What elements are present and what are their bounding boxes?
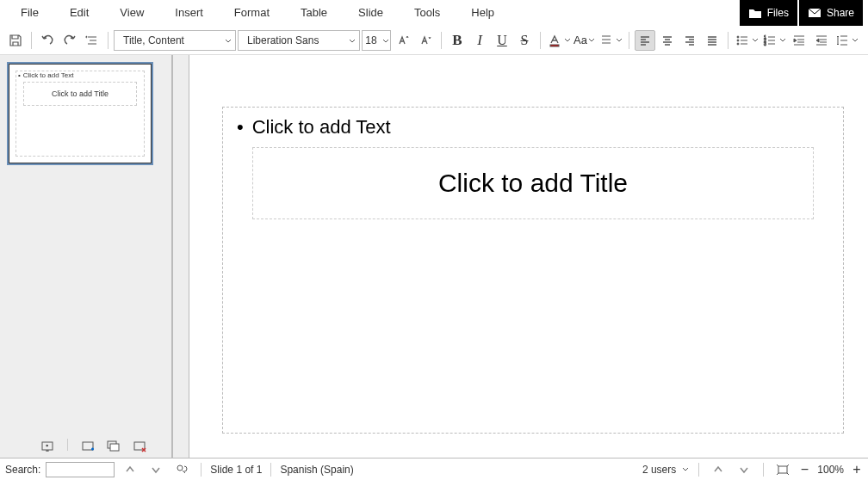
slide-title-placeholder[interactable]: Click to add Title: [252, 147, 814, 219]
menu-slide[interactable]: Slide: [343, 1, 399, 24]
chevron-down-icon: [220, 34, 232, 46]
font-color-button[interactable]: [546, 30, 572, 51]
search-prev-icon[interactable]: [120, 459, 140, 480]
font-size-decrease-icon[interactable]: [415, 30, 436, 51]
separator: [540, 32, 541, 49]
slide-thumbnail-1[interactable]: •Click to add Text Click to add Title: [7, 62, 153, 165]
font-combo[interactable]: Liberation Sans: [238, 30, 360, 51]
chevron-down-icon: [563, 38, 572, 43]
mail-icon: [808, 7, 822, 19]
spacing-button[interactable]: [598, 30, 623, 51]
menu-edit[interactable]: Edit: [54, 1, 104, 24]
indent-increase-button[interactable]: [789, 30, 809, 51]
menu-format[interactable]: Format: [219, 1, 285, 24]
outline-icon[interactable]: [82, 30, 102, 51]
separator: [31, 32, 32, 49]
layout-combo[interactable]: Title, Content: [114, 30, 236, 51]
font-value: Liberation Sans: [247, 34, 319, 46]
font-color-icon: [546, 30, 563, 51]
view-delete-slide-icon[interactable]: [130, 439, 149, 454]
underline-button[interactable]: U: [492, 30, 512, 51]
fit-page-icon[interactable]: [772, 459, 793, 480]
view-mode-buttons: [0, 435, 171, 458]
undo-icon[interactable]: [37, 30, 58, 51]
svg-point-3: [737, 40, 739, 41]
menu-table[interactable]: Table: [285, 1, 343, 24]
menu-file[interactable]: File: [5, 1, 54, 24]
share-label: Share: [827, 7, 854, 19]
search-label: Search:: [5, 464, 40, 476]
zoom-controls: − 100% +: [798, 462, 863, 477]
font-size-increase-icon[interactable]: [393, 30, 413, 51]
slide-canvas[interactable]: • Click to add Text Click to add Title: [189, 55, 868, 458]
chevron-down-icon: [615, 38, 623, 43]
separator: [270, 463, 271, 477]
separator: [763, 463, 764, 477]
language-indicator[interactable]: Spanish (Spain): [280, 464, 353, 476]
slide-counter: Slide 1 of 1: [210, 464, 262, 476]
zoom-in-button[interactable]: +: [851, 462, 863, 477]
view-duplicate-slide-icon[interactable]: [104, 439, 123, 454]
zoom-value[interactable]: 100%: [817, 464, 844, 476]
status-prev-icon[interactable]: [708, 459, 728, 480]
italic-button[interactable]: I: [469, 30, 490, 51]
slide-content-placeholder[interactable]: • Click to add Text Click to add Title: [222, 107, 844, 434]
status-next-icon[interactable]: [734, 459, 754, 480]
layout-value: Title, Content: [123, 34, 184, 46]
status-bar: Search: Slide 1 of 1 Spanish (Spain) 2 u…: [0, 458, 868, 480]
indent-decrease-button[interactable]: [811, 30, 832, 51]
char-case-button[interactable]: Aa: [574, 30, 596, 51]
view-normal-icon[interactable]: [38, 439, 57, 454]
find-replace-icon[interactable]: [171, 459, 192, 480]
font-size-combo[interactable]: 18: [362, 30, 391, 51]
align-justify-button[interactable]: [702, 30, 722, 51]
line-spacing-icon: [834, 30, 851, 51]
svg-text:3: 3: [764, 41, 766, 46]
separator: [629, 32, 629, 49]
redo-icon[interactable]: [59, 30, 80, 51]
svg-rect-11: [110, 444, 119, 451]
strikethrough-button[interactable]: S: [514, 30, 535, 51]
chevron-down-icon: [778, 38, 787, 43]
files-button[interactable]: Files: [740, 0, 797, 26]
bold-button[interactable]: B: [447, 30, 468, 51]
separator: [67, 439, 68, 451]
users-indicator[interactable]: 2 users: [642, 464, 676, 476]
search-input[interactable]: [46, 462, 115, 477]
share-button[interactable]: Share: [799, 0, 863, 26]
menu-help[interactable]: Help: [456, 1, 510, 24]
menu-tools[interactable]: Tools: [399, 1, 456, 24]
separator: [108, 32, 108, 49]
separator: [201, 463, 202, 477]
numbered-list-button[interactable]: 123: [761, 30, 787, 51]
svg-point-13: [177, 465, 183, 471]
search-next-icon[interactable]: [146, 459, 166, 480]
view-new-slide-icon[interactable]: [78, 439, 97, 454]
spacing-icon: [598, 30, 615, 51]
align-right-button[interactable]: [679, 30, 700, 51]
files-label: Files: [767, 7, 789, 19]
menu-bar: File Edit View Insert Format Table Slide…: [0, 0, 868, 26]
folder-icon: [748, 7, 762, 19]
char-case-label: Aa: [574, 34, 587, 46]
align-left-button[interactable]: [635, 30, 655, 51]
svg-point-4: [737, 43, 739, 45]
align-center-button[interactable]: [657, 30, 678, 51]
thumb-title-placeholder: Click to add Title: [23, 82, 137, 106]
slide-text-placeholder[interactable]: • Click to add Text: [235, 116, 831, 138]
separator: [441, 32, 442, 49]
bullet-list-button[interactable]: [734, 30, 760, 51]
svg-rect-1: [550, 45, 559, 46]
thumb-text-placeholder: •Click to add Text: [16, 71, 144, 79]
bullet-list-icon: [734, 30, 751, 51]
zoom-out-button[interactable]: −: [798, 462, 810, 477]
svg-point-2: [737, 36, 739, 38]
save-icon[interactable]: [5, 30, 26, 51]
menu-view[interactable]: View: [104, 1, 159, 24]
font-size-value: 18: [365, 34, 376, 46]
numbered-list-icon: 123: [761, 30, 778, 51]
line-spacing-button[interactable]: [834, 30, 859, 51]
menu-insert[interactable]: Insert: [159, 1, 219, 24]
chevron-down-icon: [587, 38, 596, 43]
chevron-down-icon: [377, 34, 389, 46]
